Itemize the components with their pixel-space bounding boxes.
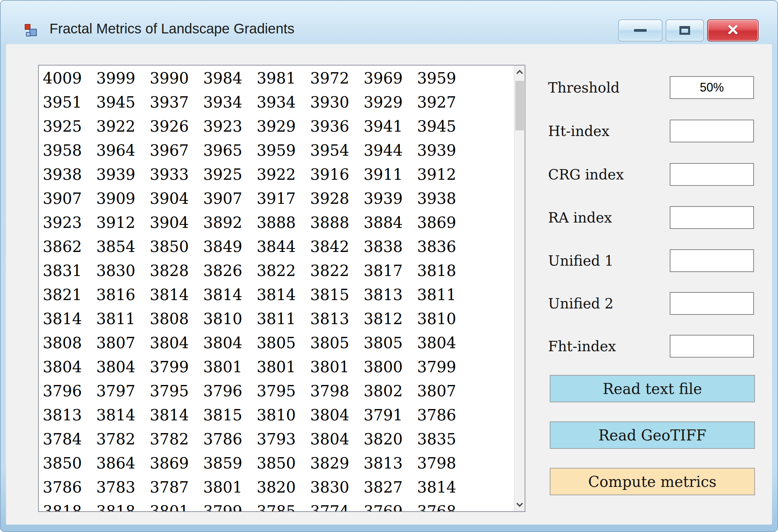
- grid-cell: 4009: [43, 66, 96, 90]
- grid-cell: 3817: [364, 259, 417, 283]
- grid-cell: 3808: [43, 331, 96, 355]
- close-button[interactable]: ×: [707, 19, 759, 42]
- grid-cell: 3820: [364, 427, 417, 451]
- grid-cell: 3959: [257, 138, 310, 162]
- grid-cell: 3810: [257, 403, 310, 427]
- grid-cell: 3786: [43, 475, 96, 499]
- field-row-unified-2: Unified 2: [545, 292, 755, 315]
- grid-cell: 3951: [43, 90, 96, 114]
- grid-cell: 3774: [310, 499, 364, 511]
- field-row-ht-index: Ht-index: [545, 120, 755, 142]
- scrollbar-thumb[interactable]: [515, 81, 524, 130]
- grid-cell: 3954: [310, 138, 364, 162]
- ra-index-input[interactable]: [670, 206, 754, 229]
- threshold-input[interactable]: [670, 76, 754, 99]
- grid-cell: 3937: [150, 90, 203, 114]
- grid-cell: 3826: [203, 259, 257, 283]
- unified-2-input[interactable]: [670, 292, 754, 315]
- fht-index-input[interactable]: [670, 335, 754, 358]
- grid-cell: 3807: [96, 331, 150, 355]
- grid-cell: 3938: [43, 162, 96, 186]
- unified-1-input[interactable]: [670, 249, 754, 272]
- field-label-unified-1: Unified 1: [548, 253, 614, 269]
- grid-cell: 3827: [364, 475, 417, 499]
- grid-cell: 3814: [96, 403, 150, 427]
- vertical-scrollbar[interactable]: [514, 66, 525, 511]
- grid-cell: 3967: [150, 138, 203, 162]
- scroll-down-button[interactable]: [514, 498, 525, 511]
- grid-cell: 3926: [150, 114, 203, 138]
- grid-row: 38213816381438143814381538133811: [43, 283, 513, 307]
- grid-cell: 3821: [43, 283, 96, 307]
- grid-cell: 3909: [96, 186, 150, 211]
- titlebar[interactable]: Fractal Metrics of Landscape Gradients ×: [1, 1, 777, 45]
- maximize-button[interactable]: [666, 19, 704, 42]
- grid-cell: 3850: [150, 235, 203, 259]
- grid-cell: 3969: [364, 66, 417, 90]
- grid-row: 37843782378237863793380438203835: [43, 427, 513, 451]
- grid-cell: 3811: [417, 283, 471, 307]
- read-text-file-button[interactable]: Read text file: [550, 375, 755, 402]
- grid-cell: 3892: [203, 211, 257, 235]
- field-label-fht-index: Fht-index: [548, 338, 616, 355]
- grid-cell: 3815: [310, 283, 364, 307]
- compute-metrics-button[interactable]: Compute metrics: [550, 468, 755, 495]
- app-icon-blue-square-small: [26, 32, 30, 36]
- minimize-icon: [634, 29, 647, 32]
- scroll-up-button[interactable]: [514, 66, 525, 79]
- grid-cell: 3822: [257, 259, 310, 283]
- grid-cell: 3831: [43, 259, 96, 283]
- grid-cell: 3869: [150, 451, 203, 475]
- grid-cell: 3933: [150, 162, 203, 186]
- grid-cell: 3830: [96, 259, 150, 283]
- grid-cell: 3859: [203, 451, 257, 475]
- grid-cell: 3814: [43, 307, 96, 331]
- grid-cell: 3818: [43, 499, 96, 511]
- grid-cell: 3939: [96, 162, 150, 186]
- grid-cell: 3927: [417, 90, 471, 114]
- grid-cell: 3793: [257, 427, 310, 451]
- grid-cell: 3814: [203, 283, 257, 307]
- grid-cell: 3798: [310, 379, 364, 403]
- grid-cell: 3984: [203, 66, 257, 90]
- grid-cell: 3804: [150, 331, 203, 355]
- grid-cell: 3811: [257, 307, 310, 331]
- grid-cell: 3813: [310, 307, 364, 331]
- grid-cell: 3800: [364, 355, 417, 379]
- grid-cell: 3814: [417, 475, 471, 499]
- grid-cell: 3929: [364, 90, 417, 114]
- crg-index-input[interactable]: [670, 163, 754, 186]
- ht-index-input[interactable]: [670, 120, 754, 142]
- grid-cell: 3925: [203, 162, 257, 186]
- grid-cell: 3904: [150, 211, 203, 235]
- data-listbox[interactable]: 4009399939903984398139723969395939513945…: [38, 65, 525, 512]
- grid-cell: 3836: [417, 235, 471, 259]
- grid-cell: 3862: [43, 235, 96, 259]
- grid-row: 39073909390439073917392839393938: [43, 186, 513, 211]
- grid-cell: 3810: [417, 307, 471, 331]
- chevron-up-icon: [516, 70, 523, 77]
- grid-cell: 3829: [310, 451, 364, 475]
- grid-row: 40093999399039843981397239693959: [43, 66, 513, 90]
- grid-row: 38083807380438043805380538053804: [43, 331, 513, 355]
- grid-cell: 3797: [96, 379, 150, 403]
- grid-cell: 3838: [364, 235, 417, 259]
- minimize-button[interactable]: [618, 19, 663, 42]
- grid-cell: 3938: [417, 186, 471, 211]
- app-window: Fractal Metrics of Landscape Gradients ×…: [0, 0, 778, 532]
- grid-cell: 3922: [257, 162, 310, 186]
- grid-cell: 3813: [364, 283, 417, 307]
- grid-cell: 3799: [150, 355, 203, 379]
- grid-cell: 3934: [257, 90, 310, 114]
- grid-cell: 3791: [364, 403, 417, 427]
- grid-cell: 3804: [417, 331, 471, 355]
- grid-cell: 3912: [417, 162, 471, 186]
- grid-row: 38043804379938013801380138003799: [43, 355, 513, 379]
- chevron-down-icon: [516, 500, 523, 507]
- grid-cell: 3888: [310, 211, 364, 235]
- grid-cell: 3801: [203, 475, 257, 499]
- window-title: Fractal Metrics of Landscape Gradients: [50, 21, 294, 37]
- read-geotiff-button[interactable]: Read GeoTIFF: [550, 422, 755, 449]
- grid-cell: 3816: [96, 283, 150, 307]
- field-row-unified-1: Unified 1: [545, 249, 755, 272]
